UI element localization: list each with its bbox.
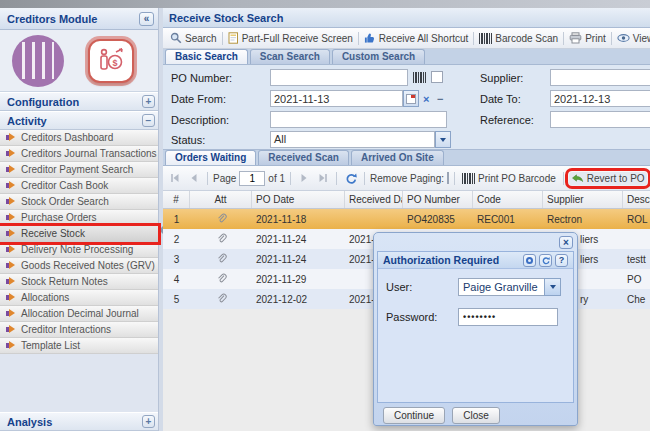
sidebar-item-stock-order-search[interactable]: Stock Order Search	[0, 194, 158, 210]
continue-button[interactable]: Continue	[383, 407, 445, 424]
cell-num: 5	[163, 289, 190, 309]
print-button[interactable]: Print	[566, 31, 609, 45]
column-header-num[interactable]: #	[163, 191, 190, 208]
sidebar-item-allocations[interactable]: Allocations	[0, 290, 158, 306]
dialog-close-button[interactable]: ×	[559, 236, 573, 249]
sidebar-item-label: Delivery Note Processing	[21, 244, 133, 255]
section-configuration[interactable]: Configuration +	[0, 92, 158, 111]
dialog-panel: Authorization Required ? User: Paige Gra…	[377, 251, 574, 403]
refresh-button[interactable]	[342, 171, 359, 186]
part-full-receive-screen-button[interactable]: Part-Full Receive Screen	[225, 31, 356, 45]
sidebar-item-creditor-cash-book[interactable]: Creditor Cash Book	[0, 178, 158, 194]
date-from-calendar-button[interactable]	[403, 90, 419, 107]
status-dropdown-button[interactable]	[435, 131, 451, 148]
date-from-remove-icon[interactable]: −	[437, 94, 443, 105]
sidebar-item-delivery-note-processing[interactable]: Delivery Note Processing	[0, 242, 158, 258]
cell-po-date: 2021-11-29	[252, 269, 345, 289]
tab-custom-search[interactable]: Custom Search	[332, 49, 425, 64]
revert-arrow-icon	[571, 173, 584, 184]
revert-to-po-button[interactable]: Revert to PO	[569, 172, 647, 185]
close-button[interactable]: Close	[452, 407, 500, 424]
supplier-input[interactable]	[550, 69, 650, 86]
barcode-scan-button[interactable]: Barcode Scan	[476, 32, 561, 45]
user-combobox[interactable]: Paige Granville	[458, 278, 545, 296]
sidebar-item-receive-stock[interactable]: Receive Stock	[0, 226, 158, 242]
sidebar-item-stock-return-notes[interactable]: Stock Return Notes	[0, 274, 158, 290]
tab-basic-search[interactable]: Basic Search	[165, 49, 248, 64]
expand-configuration-button[interactable]: +	[142, 95, 155, 108]
cell-att	[190, 209, 252, 229]
date-to-input[interactable]	[550, 90, 650, 107]
barcode-icon	[479, 33, 492, 44]
expand-analysis-button[interactable]: +	[142, 415, 155, 428]
prev-page-button[interactable]	[186, 171, 202, 185]
supplier-label: Supplier:	[480, 72, 523, 84]
grid-paging-toolbar: Page of 1 Remove Paging:	[163, 166, 650, 191]
sidebar-item-purchase-orders[interactable]: Purchase Orders	[0, 210, 158, 226]
splitter-collapse-icon[interactable]	[159, 226, 163, 234]
help-icon[interactable]: ?	[555, 254, 568, 267]
settings-icon[interactable]	[523, 254, 536, 267]
sidebar-item-creditors-journal-transactions[interactable]: Creditors Journal Transactions	[0, 146, 158, 162]
cell-po-date: 2021-12-02	[252, 289, 345, 309]
po-number-input[interactable]	[270, 69, 408, 86]
printer-icon	[569, 32, 582, 44]
date-from-input[interactable]	[270, 90, 403, 107]
refresh-icon[interactable]	[539, 254, 552, 267]
sidebar-item-label: Creditor Interactions	[21, 324, 111, 335]
user-dropdown-button[interactable]	[544, 278, 561, 296]
password-field[interactable]	[458, 308, 558, 326]
sidebar-item-allocation-decimal-journal[interactable]: Allocation Decimal Journal	[0, 306, 158, 322]
reference-input[interactable]	[550, 111, 650, 128]
section-analysis[interactable]: Analysis +	[0, 412, 158, 431]
print-po-barcode-button[interactable]: Print PO Barcode	[460, 172, 558, 185]
last-page-button[interactable]	[315, 171, 331, 185]
attachment-icon	[216, 212, 227, 225]
column-header-po-number[interactable]: PO Number	[403, 191, 473, 208]
tab-received-scan[interactable]: Received Scan	[258, 150, 349, 165]
description-input[interactable]	[270, 111, 447, 128]
cell-desc: ROL	[623, 209, 650, 229]
page-input[interactable]	[239, 171, 265, 186]
date-from-clear-icon[interactable]: ×	[423, 94, 429, 105]
date-to-label: Date To:	[480, 93, 521, 105]
column-header-received-date[interactable]: Received Date	[345, 191, 403, 208]
collapse-sidebar-button[interactable]: «	[139, 12, 154, 26]
pager-separator	[563, 172, 564, 185]
tab-arrived-on-site[interactable]: Arrived On Site	[351, 150, 444, 165]
view-po-button[interactable]: View PO	[614, 32, 650, 45]
receive-all-shortcut-button[interactable]: Receive All Shortcut	[361, 31, 472, 45]
sidebar-item-creditor-payment-search[interactable]: Creditor Payment Search	[0, 162, 158, 178]
sidebar-item-creditors-dashboard[interactable]: Creditors Dashboard	[0, 130, 158, 146]
user-label: User:	[386, 281, 412, 293]
first-page-button[interactable]	[167, 171, 183, 185]
collapse-activity-button[interactable]: −	[142, 114, 155, 127]
receive-stock-module-icon[interactable]: $	[88, 39, 134, 83]
section-activity[interactable]: Activity −	[0, 111, 158, 130]
table-row[interactable]: 1 2021-11-18PO420835REC001RectronROL	[163, 209, 650, 229]
column-header-po-date[interactable]: PO Date	[252, 191, 345, 208]
sidebar-item-creditor-interactions[interactable]: Creditor Interactions	[0, 322, 158, 338]
chevron-down-icon	[440, 138, 446, 142]
search-button[interactable]: Search	[167, 31, 220, 45]
module-icon-panel: $	[0, 30, 158, 92]
page-title: Receive Stock Search	[169, 12, 283, 24]
search-icon	[170, 32, 182, 44]
po-barcode-icon[interactable]	[413, 72, 426, 83]
column-header-att[interactable]: Att	[190, 191, 252, 208]
column-header-supplier[interactable]: Supplier	[543, 191, 623, 208]
po-barcode-checkbox[interactable]	[431, 71, 443, 83]
sidebar-item-goods-received-notes-grv-[interactable]: Goods Received Notes (GRV)	[0, 258, 158, 274]
tab-scan-search[interactable]: Scan Search	[250, 49, 330, 64]
column-header-description[interactable]: Description	[623, 191, 650, 208]
tab-orders-waiting[interactable]: Orders Waiting	[165, 150, 256, 165]
next-page-button[interactable]	[296, 171, 312, 185]
chevron-down-icon	[550, 285, 556, 289]
arrow-bullet-icon	[6, 133, 15, 142]
status-select[interactable]: All	[270, 131, 435, 148]
column-header-code[interactable]: Code	[473, 191, 543, 208]
arrow-bullet-icon	[6, 261, 15, 270]
sidebar-item-template-list[interactable]: Template List	[0, 338, 158, 354]
remove-paging-checkbox[interactable]	[447, 172, 449, 184]
sidebar-item-label: Allocations	[21, 292, 69, 303]
